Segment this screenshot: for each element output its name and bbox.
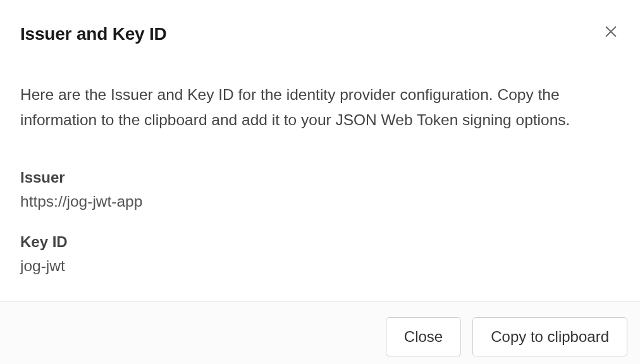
dialog-title: Issuer and Key ID — [20, 24, 620, 44]
issuer-keyid-dialog: Issuer and Key ID Here are the Issuer an… — [0, 0, 640, 364]
keyid-value: jog-jwt — [20, 257, 620, 275]
copy-to-clipboard-button[interactable]: Copy to clipboard — [472, 317, 627, 356]
dialog-body: Here are the Issuer and Key ID for the i… — [0, 44, 640, 301]
close-button[interactable]: Close — [386, 317, 461, 356]
dialog-footer: Close Copy to clipboard — [0, 301, 640, 364]
issuer-value: https://jog-jwt-app — [20, 193, 620, 210]
close-icon[interactable] — [602, 23, 620, 40]
dialog-description: Here are the Issuer and Key ID for the i… — [20, 82, 620, 133]
issuer-field: Issuer https://jog-jwt-app — [20, 169, 620, 210]
keyid-label: Key ID — [20, 233, 620, 251]
issuer-label: Issuer — [20, 169, 620, 186]
dialog-header: Issuer and Key ID — [0, 0, 640, 44]
keyid-field: Key ID jog-jwt — [20, 233, 620, 275]
